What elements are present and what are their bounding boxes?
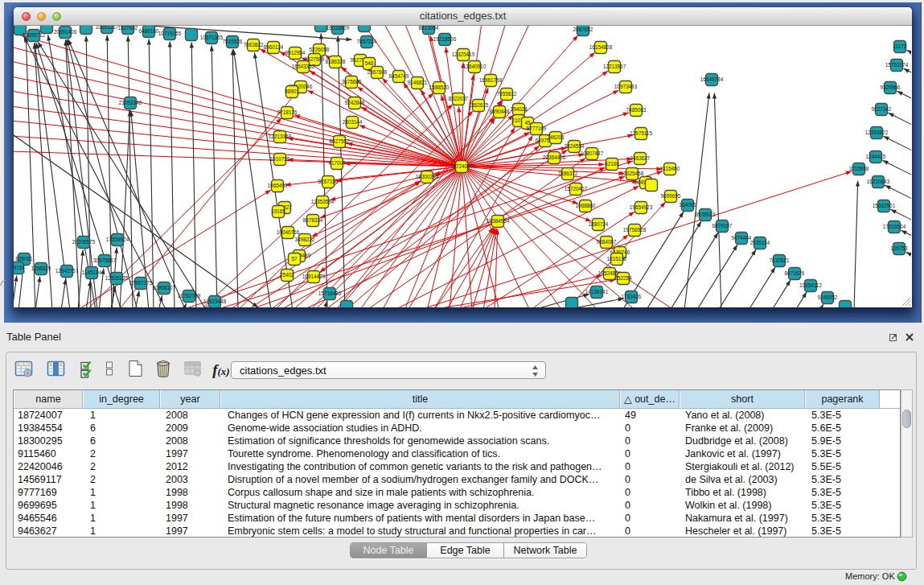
svg-text:3824554: 3824554	[565, 143, 585, 149]
svg-text:19165: 19165	[271, 208, 285, 214]
svg-text:8960124: 8960124	[264, 44, 284, 50]
svg-text:9245052: 9245052	[818, 295, 838, 300]
svg-text:18724007: 18724007	[450, 163, 474, 169]
svg-text:10958107: 10958107	[153, 285, 176, 290]
svg-text:1145194: 1145194	[82, 270, 102, 275]
svg-text:9699695: 9699695	[661, 193, 681, 199]
svg-text:1527602: 1527602	[118, 26, 138, 31]
svg-text:57: 57	[291, 256, 298, 262]
svg-text:20691406: 20691406	[54, 29, 77, 35]
svg-text:98901: 98901	[285, 89, 299, 94]
svg-text:12975115: 12975115	[630, 130, 652, 136]
svg-text:16210643: 16210643	[867, 179, 890, 184]
svg-text:9884067: 9884067	[597, 239, 617, 245]
svg-text:1733426: 1733426	[622, 294, 642, 299]
svg-text:7485063: 7485063	[626, 107, 647, 113]
svg-text:794028: 794028	[510, 106, 528, 112]
svg-text:21053346: 21053346	[119, 100, 142, 105]
svg-text:9474444: 9474444	[732, 235, 752, 241]
svg-text:16961758: 16961758	[479, 77, 503, 83]
svg-text:9463627: 9463627	[630, 155, 651, 161]
svg-text:19654923: 19654923	[630, 204, 653, 210]
svg-text:1156829: 1156829	[31, 266, 51, 271]
svg-text:8938923: 8938923	[696, 212, 716, 217]
svg-text:15720407: 15720407	[565, 186, 588, 192]
svg-text:9146821: 9146821	[408, 80, 428, 85]
svg-text:2803144: 2803144	[343, 119, 363, 125]
svg-text:39154: 39154	[14, 265, 25, 270]
svg-text:10046766: 10046766	[277, 229, 300, 235]
svg-text:10654112: 10654112	[799, 282, 822, 288]
svg-text:252254: 252254	[614, 275, 632, 281]
svg-text:11173: 11173	[893, 43, 907, 49]
svg-text:12505135: 12505135	[105, 275, 129, 281]
svg-text:2935114: 2935114	[750, 240, 770, 245]
svg-text:15692901: 15692901	[873, 203, 896, 208]
svg-text:30975867: 30975867	[93, 257, 117, 263]
svg-text:9227342: 9227342	[872, 106, 892, 112]
svg-text:417004: 417004	[328, 160, 346, 166]
svg-text:7632621: 7632621	[770, 257, 790, 263]
svg-text:10973493: 10973493	[614, 84, 638, 89]
svg-text:15751074: 15751074	[885, 62, 909, 68]
svg-text:8427552: 8427552	[330, 138, 350, 144]
svg-text:16782759: 16782759	[178, 293, 201, 299]
svg-text:16154808: 16154808	[589, 44, 613, 50]
svg-text:546: 546	[365, 60, 374, 66]
svg-text:7955812: 7955812	[497, 91, 517, 97]
svg-text:1880724: 1880724	[589, 221, 609, 227]
svg-text:8912954: 8912954	[285, 50, 306, 56]
svg-text:14136141: 14136141	[585, 289, 609, 295]
svg-text:16648784: 16648784	[700, 76, 724, 82]
svg-text:8813054: 8813054	[419, 26, 439, 31]
svg-text:8322037: 8322037	[449, 96, 469, 101]
svg-text:1068860: 1068860	[576, 203, 596, 208]
svg-text:15716485: 15716485	[318, 290, 342, 296]
svg-text:7663822: 7663822	[244, 42, 264, 47]
svg-text:16543362: 16543362	[292, 64, 315, 69]
svg-text:10025458: 10025458	[621, 171, 644, 176]
svg-text:62160: 62160	[605, 161, 619, 167]
svg-text:12213369: 12213369	[269, 134, 292, 139]
svg-text:2367608: 2367608	[368, 69, 388, 75]
svg-text:1244415: 1244415	[866, 154, 886, 159]
svg-text:8186328: 8186328	[326, 59, 346, 64]
svg-text:8471676: 8471676	[785, 270, 805, 276]
svg-text:17359924: 17359924	[106, 237, 129, 242]
svg-text:126753: 126753	[890, 245, 908, 251]
svg-text:10653267: 10653267	[96, 26, 119, 30]
svg-text:746206: 746206	[547, 134, 565, 140]
svg-text:6879197: 6879197	[713, 223, 733, 229]
svg-text:8267150: 8267150	[318, 179, 339, 184]
svg-text:17957275: 17957275	[129, 280, 153, 286]
svg-text:8678334: 8678334	[303, 217, 323, 223]
svg-text:1615132: 1615132	[607, 256, 627, 262]
svg-text:12213967: 12213967	[603, 64, 626, 69]
svg-text:19756928: 19756928	[623, 227, 647, 233]
svg-text:12942757: 12942757	[55, 268, 79, 274]
svg-text:12393822: 12393822	[865, 130, 889, 135]
svg-text:12325419: 12325419	[452, 51, 475, 57]
svg-text:2718176: 2718176	[277, 109, 298, 115]
svg-text:13353594: 13353594	[311, 199, 335, 204]
svg-text:164095: 164095	[679, 202, 696, 208]
svg-text:1362615: 1362615	[469, 102, 489, 108]
svg-text:13640910: 13640910	[463, 64, 487, 69]
svg-text:5226058: 5226058	[310, 47, 330, 52]
svg-text:6466160: 6466160	[139, 28, 159, 34]
svg-text:19384554: 19384554	[487, 218, 510, 224]
svg-text:9115460: 9115460	[660, 166, 680, 171]
svg-text:16033809: 16033809	[326, 26, 350, 31]
svg-text:17016504: 17016504	[883, 224, 906, 229]
svg-text:9242848: 9242848	[345, 100, 365, 105]
svg-text:10719155: 10719155	[158, 31, 182, 36]
svg-text:9777169: 9777169	[527, 126, 547, 131]
svg-text:3498222: 3498222	[295, 237, 315, 242]
svg-text:3215958: 3215958	[849, 166, 869, 171]
svg-text:8990448: 8990448	[490, 109, 510, 114]
svg-text:835061: 835061	[15, 256, 33, 262]
svg-text:20206575: 20206575	[72, 239, 96, 245]
svg-text:9329966: 9329966	[881, 84, 901, 90]
svg-text:1010755: 1010755	[270, 156, 290, 162]
svg-text:8454749: 8454749	[389, 73, 409, 79]
